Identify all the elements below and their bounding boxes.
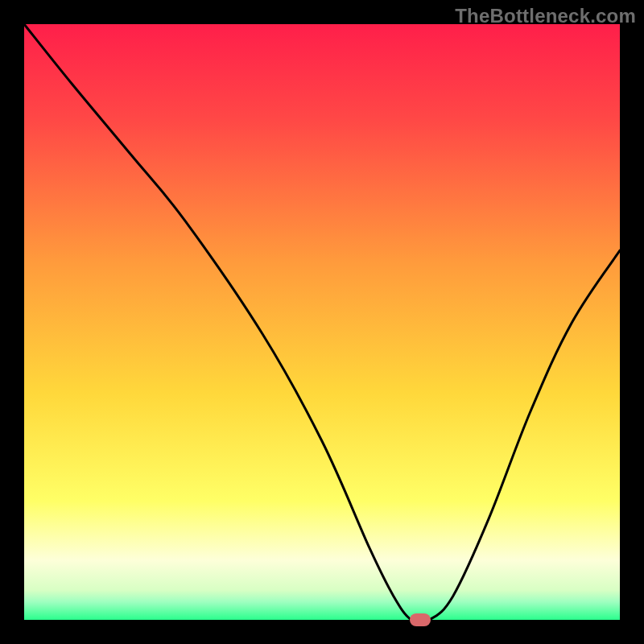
plot-svg (24, 24, 620, 620)
plot-area (24, 24, 620, 620)
gradient-background (24, 24, 620, 620)
optimal-marker-icon (410, 613, 431, 626)
chart-container: TheBottleneck.com (0, 0, 644, 644)
